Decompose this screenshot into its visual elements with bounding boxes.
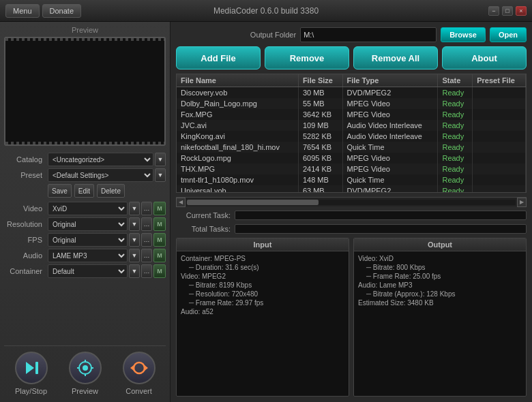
table-row[interactable]: Fox.MPG 3642 KB MPEG Video Ready bbox=[177, 109, 526, 120]
audio-m-btn[interactable]: M bbox=[153, 249, 166, 262]
total-tasks-progress bbox=[235, 224, 527, 234]
save-button[interactable]: Save bbox=[48, 184, 72, 198]
input-info-content: Container: MPEG-PS ─ Duration: 31.6 sec(… bbox=[177, 251, 349, 392]
cell-filename: Dolby_Rain_Logo.mpg bbox=[177, 98, 298, 109]
info-panels: Input Container: MPEG-PS ─ Duration: 31.… bbox=[176, 238, 527, 397]
cell-filetype: Audio Video Interleave bbox=[342, 120, 438, 131]
col-filetype[interactable]: File Type bbox=[342, 74, 438, 87]
resolution-m-btn[interactable]: M bbox=[153, 217, 166, 231]
fps-dropdown-btn[interactable]: ▼ bbox=[129, 233, 140, 247]
fps-m-btn[interactable]: M bbox=[153, 233, 166, 247]
open-button[interactable]: Open bbox=[490, 27, 527, 42]
input-info-line: Video: MPEG2 bbox=[181, 272, 344, 281]
container-label: Container bbox=[4, 267, 45, 275]
scroll-left-arrow[interactable]: ◀ bbox=[176, 198, 186, 207]
cell-filetype: MPEG Video bbox=[342, 164, 438, 174]
donate-button[interactable]: Donate bbox=[42, 4, 81, 18]
container-m-btn[interactable]: M bbox=[153, 264, 166, 278]
output-info-line: Video: XviD bbox=[358, 254, 522, 263]
output-folder-input[interactable] bbox=[300, 27, 437, 42]
input-info-line: ─ Resolution: 720x480 bbox=[181, 290, 344, 298]
file-table-container[interactable]: File Name File Size File Type State Pres… bbox=[176, 74, 527, 193]
table-row[interactable]: RockLogo.mpg 6095 KB MPEG Video Ready bbox=[177, 153, 526, 164]
container-dropdown-btn[interactable]: ▼ bbox=[129, 264, 140, 278]
resolution-dropdown-btn[interactable]: ▼ bbox=[129, 217, 140, 231]
container-select[interactable]: Default bbox=[48, 264, 128, 278]
cell-state: Ready bbox=[438, 174, 473, 185]
table-row[interactable]: THX.MPG 2414 KB MPEG Video Ready bbox=[177, 164, 526, 174]
remove-button[interactable]: Remove bbox=[265, 46, 349, 69]
bottom-icons: Play/Stop Preview bbox=[4, 345, 166, 398]
scroll-right-arrow[interactable]: ▶ bbox=[517, 198, 527, 207]
catalog-select[interactable]: <Uncategorized> bbox=[48, 153, 153, 166]
table-scrollbar[interactable]: ◀ ▶ bbox=[176, 197, 527, 206]
audio-select[interactable]: LAME MP3 bbox=[48, 249, 128, 262]
left-panel: Preview Catalog <Uncategorized> ▼ Preset… bbox=[0, 22, 171, 402]
cell-filename: THX.MPG bbox=[177, 164, 298, 174]
about-button[interactable]: About bbox=[442, 46, 527, 69]
col-filesize[interactable]: File Size bbox=[298, 74, 342, 87]
output-info-line: ─ Bitrate (Approx.): 128 Kbps bbox=[358, 290, 522, 298]
add-file-button[interactable]: Add File bbox=[176, 46, 261, 69]
play-stop-icon bbox=[15, 352, 48, 384]
remove-all-button[interactable]: Remove All bbox=[353, 46, 438, 69]
video-dropdown-btn[interactable]: ▼ bbox=[129, 202, 140, 215]
minimize-button[interactable]: − bbox=[488, 6, 499, 16]
col-preset[interactable]: Preset File bbox=[473, 74, 526, 87]
current-task-row: Current Task: bbox=[176, 211, 527, 220]
cell-preset bbox=[473, 142, 526, 153]
audio-dots-btn[interactable]: … bbox=[141, 249, 152, 262]
play-stop-button[interactable]: Play/Stop bbox=[15, 352, 48, 395]
table-row[interactable]: KingKong.avi 5282 KB Audio Video Interle… bbox=[177, 131, 526, 142]
total-tasks-label: Total Tasks: bbox=[176, 225, 231, 233]
video-m-btn[interactable]: M bbox=[153, 202, 166, 215]
main-container: Preview Catalog <Uncategorized> ▼ Preset… bbox=[0, 22, 532, 402]
cell-filename: tmnt-tlr1_h1080p.mov bbox=[177, 174, 298, 185]
cell-filename: KingKong.avi bbox=[177, 131, 298, 142]
fps-select[interactable]: Original bbox=[48, 233, 128, 247]
cell-filename: Universal.vob bbox=[177, 185, 298, 193]
restore-button[interactable]: □ bbox=[502, 6, 513, 16]
convert-label: Convert bbox=[125, 387, 152, 395]
edit-button[interactable]: Edit bbox=[74, 184, 94, 198]
audio-dropdown-btn[interactable]: ▼ bbox=[129, 249, 140, 262]
video-dots-btn[interactable]: … bbox=[141, 202, 152, 215]
output-info-line: Audio: Lame MP3 bbox=[358, 281, 522, 290]
preset-select[interactable]: <Default Settings> bbox=[48, 168, 153, 182]
col-state[interactable]: State bbox=[438, 74, 473, 87]
table-row[interactable]: nikefootball_final_180_hi.mov 7654 KB Qu… bbox=[177, 142, 526, 153]
preview-button[interactable]: Preview bbox=[69, 352, 102, 395]
input-info-line: Container: MPEG-PS bbox=[181, 254, 344, 263]
video-select[interactable]: XviD bbox=[48, 202, 128, 215]
delete-button[interactable]: Delete bbox=[97, 184, 125, 198]
cell-filetype: Quick Time bbox=[342, 142, 438, 153]
col-filename[interactable]: File Name bbox=[177, 74, 298, 87]
table-row[interactable]: Discovery.vob 30 MB DVD/MPEG2 Ready bbox=[177, 87, 526, 99]
cell-preset bbox=[473, 87, 526, 99]
resolution-dots-btn[interactable]: … bbox=[141, 217, 152, 231]
cell-state: Ready bbox=[438, 120, 473, 131]
action-buttons: Add File Remove Remove All About bbox=[176, 46, 527, 69]
catalog-dropdown-btn[interactable]: ▼ bbox=[155, 153, 166, 166]
close-button[interactable]: × bbox=[516, 6, 527, 16]
resolution-select[interactable]: Original bbox=[48, 217, 128, 231]
table-row[interactable]: Universal.vob 63 MB DVD/MPEG2 Ready bbox=[177, 185, 526, 193]
convert-button[interactable]: Convert bbox=[123, 352, 156, 395]
preset-label: Preset bbox=[4, 171, 45, 179]
fps-dots-btn[interactable]: … bbox=[141, 233, 152, 247]
browse-button[interactable]: Browse bbox=[441, 27, 486, 42]
cell-filesize: 55 MB bbox=[298, 98, 342, 109]
preset-dropdown-btn[interactable]: ▼ bbox=[155, 168, 166, 182]
container-dots-btn[interactable]: … bbox=[141, 264, 152, 278]
svg-point-3 bbox=[83, 365, 88, 371]
table-row[interactable]: Dolby_Rain_Logo.mpg 55 MB MPEG Video Rea… bbox=[177, 98, 526, 109]
table-row[interactable]: tmnt-tlr1_h1080p.mov 148 MB Quick Time R… bbox=[177, 174, 526, 185]
cell-state: Ready bbox=[438, 153, 473, 164]
title-bar: Menu Donate MediaCoder 0.6.0 build 3380 … bbox=[0, 0, 532, 22]
cell-filesize: 3642 KB bbox=[298, 109, 342, 120]
fps-label: FPS bbox=[4, 236, 45, 244]
table-row[interactable]: JVC.avi 109 MB Audio Video Interleave Re… bbox=[177, 120, 526, 131]
menu-button[interactable]: Menu bbox=[5, 4, 40, 18]
cell-filesize: 63 MB bbox=[298, 185, 342, 193]
preview-box bbox=[4, 37, 166, 146]
